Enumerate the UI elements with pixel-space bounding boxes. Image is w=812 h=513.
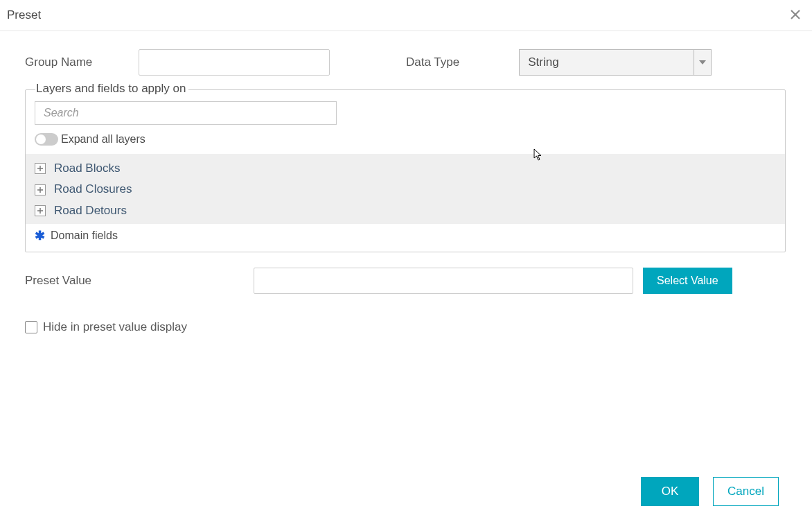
- layer-list: Road Blocks Road Closures Road Detours: [26, 154, 785, 224]
- domain-fields-note: ✱ Domain fields: [26, 224, 785, 245]
- dialog-footer: OK Cancel: [641, 477, 779, 506]
- group-name-label: Group Name: [25, 55, 139, 69]
- expand-all-label: Expand all layers: [61, 133, 145, 146]
- dialog-title: Preset: [6, 8, 41, 22]
- group-name-input[interactable]: [139, 49, 330, 76]
- layers-search-input[interactable]: [35, 101, 337, 125]
- domain-fields-label: Domain fields: [51, 229, 118, 242]
- select-value-button[interactable]: Select Value: [643, 268, 732, 294]
- preset-value-label: Preset Value: [25, 274, 254, 288]
- data-type-value: String: [519, 49, 694, 76]
- expand-all-toggle[interactable]: [35, 133, 58, 146]
- layer-item-label: Road Detours: [54, 202, 127, 220]
- hide-preset-checkbox[interactable]: [25, 321, 37, 333]
- ok-button[interactable]: OK: [641, 477, 699, 506]
- expand-icon[interactable]: [35, 163, 46, 174]
- hide-preset-row: Hide in preset value display: [25, 320, 787, 334]
- layers-legend: Layers and fields to apply on: [35, 82, 188, 96]
- cancel-button[interactable]: Cancel: [713, 477, 779, 506]
- close-icon[interactable]: [787, 5, 804, 26]
- dialog-header: Preset: [0, 0, 812, 31]
- chevron-down-icon[interactable]: [694, 49, 712, 76]
- expand-all-row: Expand all layers: [35, 133, 776, 146]
- layer-item-label: Road Blocks: [54, 159, 120, 177]
- row-group-name-datatype: Group Name Data Type String: [25, 49, 787, 76]
- asterisk-icon: ✱: [35, 228, 45, 243]
- layer-item[interactable]: Road Closures: [26, 179, 785, 200]
- layer-item[interactable]: Road Blocks: [26, 158, 785, 179]
- preset-value-input[interactable]: [254, 268, 633, 294]
- dialog-body: Group Name Data Type String Layers and f…: [0, 31, 812, 334]
- layer-item-label: Road Closures: [54, 180, 132, 198]
- preset-value-row: Preset Value Select Value: [25, 268, 787, 294]
- data-type-label: Data Type: [406, 55, 459, 69]
- expand-icon[interactable]: [35, 205, 46, 216]
- expand-icon[interactable]: [35, 184, 46, 195]
- data-type-select[interactable]: String: [519, 49, 712, 76]
- layer-item[interactable]: Road Detours: [26, 200, 785, 221]
- hide-preset-label: Hide in preset value display: [43, 320, 187, 334]
- layers-fieldset: Layers and fields to apply on Expand all…: [25, 89, 786, 252]
